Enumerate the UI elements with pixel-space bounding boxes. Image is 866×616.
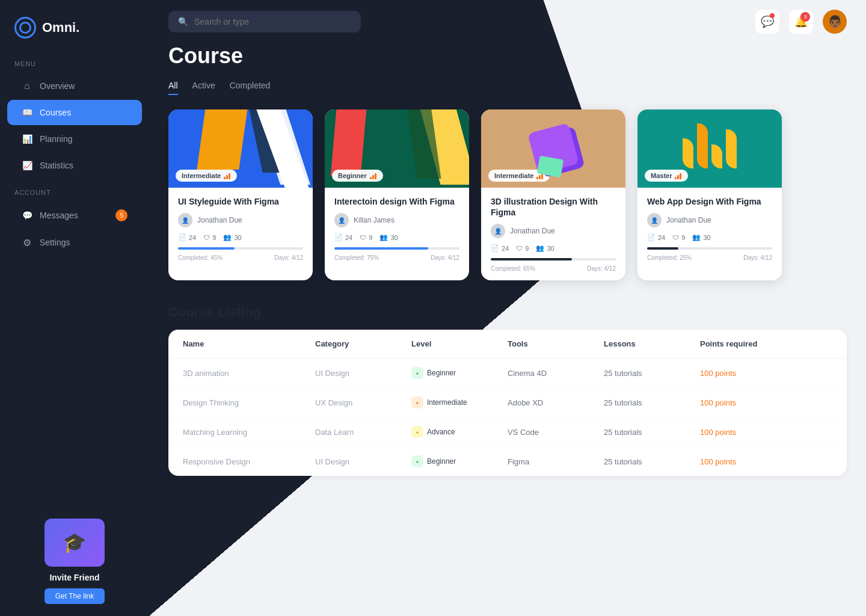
card-footer-1: Completed: 45% Days: 4/12 xyxy=(178,254,303,261)
card-footer-4: Completed: 25% Days: 4/12 xyxy=(647,254,772,261)
card-title-3: 3D illustration Design With Figma xyxy=(491,196,616,218)
search-bar[interactable]: 🔍 xyxy=(168,11,361,32)
home-icon xyxy=(22,81,32,91)
row-category-3: Data Learn xyxy=(315,428,411,437)
progress-bar-bg-3 xyxy=(491,258,616,260)
card-body-1: UI Styleguide With Figma 👤 Jonathan Due … xyxy=(168,188,313,270)
level-bar-icon-2 xyxy=(370,172,377,179)
row-lessons-2: 25 tutorials xyxy=(604,398,700,407)
search-input[interactable] xyxy=(194,17,327,26)
completed-text-1: Completed: 45% xyxy=(178,254,223,261)
tab-active[interactable]: Active xyxy=(192,81,215,95)
logo[interactable]: Omni. xyxy=(0,0,149,51)
logo-icon xyxy=(14,17,36,38)
menu-label: Menu xyxy=(0,51,149,72)
card-image-1: Intermediate xyxy=(168,109,313,188)
topbar-right: 💬 🔔 3 👨🏾 xyxy=(755,10,847,34)
sidebar-item-settings[interactable]: Settings xyxy=(7,230,142,255)
account-label: Account xyxy=(0,179,149,201)
course-listing-section: Course Listing Name Category Level Tools… xyxy=(168,304,847,476)
progress-bar-fill-4 xyxy=(647,247,678,250)
row-points-3: 100 points xyxy=(700,428,832,437)
card-author-2: 👤 Killan James xyxy=(334,213,459,227)
row-name-1: 3D animation xyxy=(183,369,315,378)
sidebar-item-courses[interactable]: Courses xyxy=(7,100,142,125)
author-name-1: Jonathan Due xyxy=(197,216,242,224)
tab-completed[interactable]: Completed xyxy=(230,81,271,95)
author-name-3: Jonathan Due xyxy=(510,227,555,235)
account-nav: Messages 5 Settings xyxy=(0,201,149,256)
card-title-1: UI Styleguide With Figma xyxy=(178,196,303,207)
main-nav: Overview Courses Planning Statistics xyxy=(0,72,149,179)
content-area: Course All Active Completed Intermediate xyxy=(149,43,866,616)
level-dot-orange: ▪ xyxy=(411,396,423,408)
col-level: Level xyxy=(411,339,508,348)
col-points: Points required xyxy=(700,339,832,348)
row-level-4: ▪ Beginner xyxy=(411,455,508,467)
progress-bar-bg-4 xyxy=(647,247,772,250)
card-image-2: Beginner xyxy=(325,109,469,188)
tab-all[interactable]: All xyxy=(168,81,178,95)
row-tools-1: Cinema 4D xyxy=(508,369,604,378)
progress-bar-fill-3 xyxy=(491,258,572,260)
days-text-3: Days: 4/12 xyxy=(587,265,616,272)
table-row[interactable]: Responsive Design UI Design ▪ Beginner F… xyxy=(168,447,847,476)
course-card-2[interactable]: Beginner Interectoin design With Figma 👤… xyxy=(325,109,469,280)
author-avatar-4: 👤 xyxy=(647,213,662,227)
card-body-4: Web App Design With Figma 👤 Jonathan Due… xyxy=(637,188,782,270)
card-author-3: 👤 Jonathan Due xyxy=(491,224,616,238)
invite-button[interactable]: Get The link xyxy=(45,588,105,604)
notifications-button[interactable]: 🔔 3 xyxy=(789,10,813,34)
messages-notification-dot xyxy=(770,13,775,18)
level-badge-4: Master xyxy=(645,170,688,182)
course-card-4[interactable]: Master Web App Design With Figma 👤 Jonat… xyxy=(637,109,782,280)
settings-icon xyxy=(22,237,32,248)
completed-text-4: Completed: 25% xyxy=(647,254,692,261)
level-dot-yellow: ▪ xyxy=(411,426,423,438)
card-footer-2: Completed: 75% Days: 4/12 xyxy=(334,254,459,261)
col-tools: Tools xyxy=(508,339,604,348)
sidebar-item-planning[interactable]: Planning xyxy=(7,126,142,152)
completed-text-3: Completed: 65% xyxy=(491,265,535,272)
avatar[interactable]: 👨🏾 xyxy=(823,10,847,34)
main-content: 🔍 💬 🔔 3 👨🏾 Course All Active Completed xyxy=(149,0,866,616)
sidebar-item-overview[interactable]: Overview xyxy=(7,73,142,99)
table-row[interactable]: 3D animation UI Design ▪ Beginner Cinema… xyxy=(168,359,847,388)
progress-bar-bg-1 xyxy=(178,247,303,250)
row-points-1: 100 points xyxy=(700,369,832,378)
course-card-3[interactable]: Intermediate 3D illustration Design With… xyxy=(481,109,625,280)
row-tools-3: VS Code xyxy=(508,428,604,437)
row-name-3: Matching Learning xyxy=(183,428,315,437)
row-level-1: ▪ Beginner xyxy=(411,367,508,379)
card-stats-2: 📄 24 🛡 9 👥 30 xyxy=(334,233,459,241)
row-name-4: Responsive Design xyxy=(183,457,315,466)
days-text-1: Days: 4/12 xyxy=(274,254,303,261)
messages-button[interactable]: 💬 xyxy=(755,10,779,34)
progress-bar-fill-2 xyxy=(334,247,428,250)
course-cards: Intermediate UI Styleguide With Figma 👤 … xyxy=(168,109,847,280)
progress-bar-fill-1 xyxy=(178,247,235,250)
course-card-1[interactable]: Intermediate UI Styleguide With Figma 👤 … xyxy=(168,109,313,280)
sidebar-item-statistics[interactable]: Statistics xyxy=(7,153,142,178)
card-stats-3: 📄 24 🛡 9 👥 30 xyxy=(491,244,616,252)
table-row[interactable]: Matching Learning Data Learn ▪ Advance V… xyxy=(168,417,847,447)
course-table: Name Category Level Tools Lessons Points… xyxy=(168,330,847,476)
course-listing-title: Course Listing xyxy=(168,304,847,320)
row-name-2: Design Thinking xyxy=(183,398,315,407)
row-tools-2: Adobe XD xyxy=(508,398,604,407)
invite-title: Invite Friend xyxy=(49,573,99,582)
table-header: Name Category Level Tools Lessons Points… xyxy=(168,330,847,359)
level-badge-1: Intermediate xyxy=(176,170,237,182)
card-stats-4: 📄 24 🛡 9 👥 30 xyxy=(647,233,772,241)
table-row[interactable]: Design Thinking UX Design ▪ Intermediate… xyxy=(168,388,847,417)
stats-icon xyxy=(22,160,32,171)
row-tools-4: Figma xyxy=(508,457,604,466)
row-category-4: UI Design xyxy=(315,457,411,466)
messages-icon xyxy=(22,210,32,221)
author-avatar-3: 👤 xyxy=(491,224,505,238)
courses-icon xyxy=(22,107,32,118)
card-title-2: Interectoin design With Figma xyxy=(334,196,459,207)
sidebar-item-messages[interactable]: Messages 5 xyxy=(7,202,142,229)
days-text-4: Days: 4/12 xyxy=(743,254,772,261)
row-points-2: 100 points xyxy=(700,398,832,407)
